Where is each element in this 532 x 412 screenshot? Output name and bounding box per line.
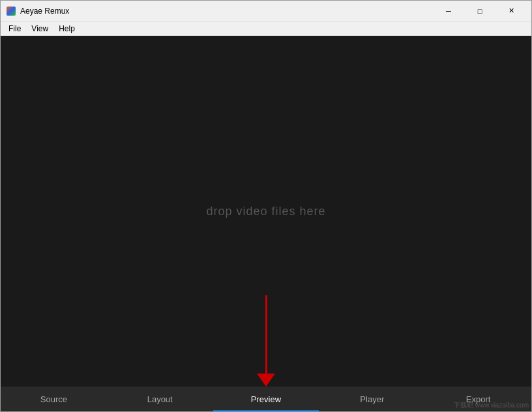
title-bar-left: Aeyae Remux [6, 6, 69, 16]
app-window: Aeyae Remux ─ □ ✕ File View Help drop vi… [0, 0, 532, 412]
menu-help[interactable]: Help [53, 23, 80, 35]
menu-view[interactable]: View [26, 23, 53, 35]
main-content[interactable]: drop video files here [1, 36, 531, 387]
tab-layout[interactable]: Layout [107, 387, 213, 411]
tab-player[interactable]: Player [319, 387, 425, 411]
arrow-head [257, 374, 275, 387]
window-title: Aeyae Remux [20, 7, 69, 16]
arrow-line [265, 295, 267, 374]
tab-preview[interactable]: Preview [213, 387, 319, 411]
menu-bar: File View Help [1, 22, 531, 36]
drop-zone-text: drop video files here [206, 205, 325, 218]
tab-source[interactable]: Source [1, 387, 107, 411]
title-bar: Aeyae Remux ─ □ ✕ [1, 1, 531, 22]
app-icon [6, 6, 16, 16]
bottom-tabs: Source Layout Preview Player Export 下载吧 … [1, 387, 531, 411]
minimize-button[interactable]: ─ [434, 1, 464, 22]
title-bar-controls: ─ □ ✕ [434, 1, 526, 22]
menu-file[interactable]: File [3, 23, 26, 35]
close-button[interactable]: ✕ [496, 1, 526, 22]
arrow-indicator [257, 295, 275, 387]
tab-export[interactable]: Export [425, 387, 531, 411]
maximize-button[interactable]: □ [465, 1, 495, 22]
